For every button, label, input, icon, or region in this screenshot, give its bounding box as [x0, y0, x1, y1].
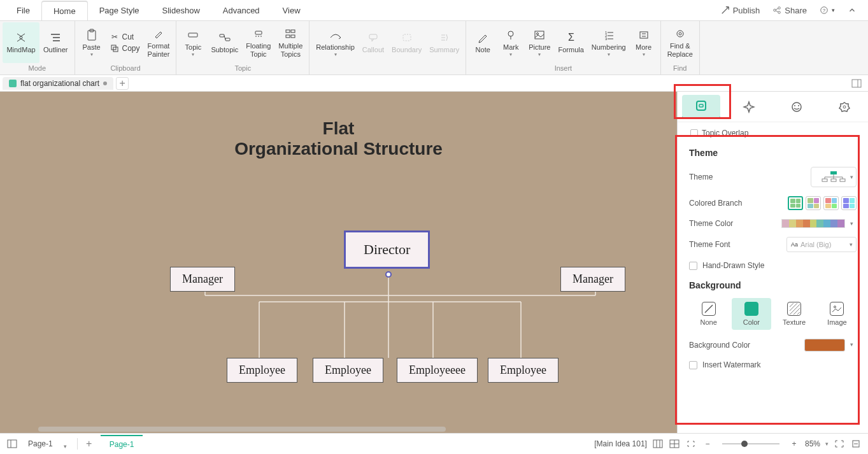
- bg-none-button[interactable]: None: [689, 298, 728, 330]
- canvas[interactable]: Flat Organizational Structure Director M…: [0, 92, 677, 433]
- document-tab-strip: flat organizational chart +: [0, 75, 868, 92]
- panel-tab-ai[interactable]: [730, 95, 768, 119]
- node-handle[interactable]: [385, 271, 392, 278]
- svg-point-49: [679, 32, 681, 35]
- summary-button[interactable]: Summary: [425, 22, 463, 63]
- mindmap-mode-button[interactable]: MindMap: [3, 22, 39, 63]
- panel-toggle-button[interactable]: [848, 78, 865, 89]
- menu-home[interactable]: Home: [41, 1, 88, 20]
- relationship-button[interactable]: Relationship ▾: [312, 22, 359, 63]
- menu-advanced[interactable]: Advanced: [211, 1, 271, 20]
- find-replace-button[interactable]: Find & Replace: [664, 22, 697, 63]
- svg-rect-29: [369, 34, 377, 39]
- publish-button[interactable]: Publish: [715, 6, 767, 15]
- bg-texture-button[interactable]: Texture: [775, 298, 814, 330]
- topic-group-label: Topic: [179, 63, 306, 73]
- multiple-topics-button[interactable]: Multiple Topics: [274, 22, 306, 63]
- bg-image-button[interactable]: Image: [818, 298, 857, 330]
- menu-slideshow[interactable]: Slideshow: [151, 1, 211, 20]
- zoom-in-button[interactable]: +: [788, 438, 800, 450]
- floating-topic-button[interactable]: Floating Topic: [242, 22, 274, 63]
- panel-tab-settings[interactable]: [825, 95, 864, 119]
- node-employee-4[interactable]: Employee: [488, 358, 559, 383]
- document-tab[interactable]: flat organizational chart: [3, 77, 113, 90]
- add-tab-button[interactable]: +: [116, 77, 129, 90]
- branch-style-3[interactable]: [823, 196, 839, 210]
- zoom-out-button[interactable]: −: [702, 438, 713, 450]
- picture-button[interactable]: Picture ▾: [525, 22, 554, 63]
- app-icon: [9, 80, 17, 87]
- theme-label: Theme: [689, 173, 811, 181]
- bg-color-button[interactable]: Color: [732, 298, 771, 330]
- svg-rect-28: [291, 35, 295, 38]
- theme-selector[interactable]: ▾: [811, 167, 857, 187]
- subtopic-button[interactable]: Subtopic: [207, 22, 242, 63]
- clipboard-group-label: Clipboard: [78, 63, 174, 73]
- topic-button[interactable]: Topic ▾: [179, 22, 207, 63]
- zoom-slider[interactable]: [722, 443, 779, 444]
- bg-color-swatch[interactable]: ▾: [804, 339, 845, 351]
- svg-line-78: [790, 303, 793, 307]
- fullscreen-button[interactable]: [834, 438, 845, 450]
- view-mode-2[interactable]: [669, 438, 680, 450]
- zoom-level[interactable]: 85%: [805, 439, 820, 448]
- view-mode-1[interactable]: [652, 438, 664, 450]
- copy-button[interactable]: Copy: [106, 43, 144, 54]
- svg-rect-86: [653, 440, 662, 448]
- node-manager-2[interactable]: Manager: [560, 267, 625, 292]
- paste-button[interactable]: Paste ▾: [78, 22, 106, 63]
- unsaved-indicator: [103, 82, 107, 85]
- watermark-checkbox[interactable]: Insert Watermark: [689, 360, 857, 369]
- node-employee-3[interactable]: Employeeee: [397, 358, 478, 383]
- page-tab[interactable]: Page-1: [101, 435, 143, 453]
- insert-group-label: Insert: [469, 63, 657, 73]
- branch-style-1[interactable]: [788, 196, 803, 210]
- page-select[interactable]: Page-1 ▾: [23, 439, 72, 448]
- colored-branch-label: Colored Branch: [689, 199, 788, 208]
- more-button[interactable]: More ▾: [630, 22, 658, 63]
- collapse-button[interactable]: [850, 438, 862, 450]
- svg-point-34: [508, 31, 513, 36]
- collapse-ribbon-button[interactable]: [841, 6, 863, 15]
- panel-tab-page[interactable]: [682, 95, 720, 119]
- outliner-mode-button[interactable]: Outliner: [39, 22, 72, 63]
- pages-panel-button[interactable]: [6, 438, 18, 450]
- node-director[interactable]: Director: [344, 231, 430, 269]
- callout-button[interactable]: Callout: [359, 22, 388, 63]
- svg-rect-62: [697, 101, 706, 110]
- node-employee-1[interactable]: Employee: [227, 358, 297, 383]
- svg-text:?: ?: [823, 8, 826, 13]
- numbering-button[interactable]: 123 Numbering ▾: [588, 22, 630, 63]
- menu-view[interactable]: View: [271, 1, 312, 20]
- format-painter-button[interactable]: Format Painter: [144, 22, 174, 63]
- note-button[interactable]: Note: [469, 22, 497, 63]
- share-button[interactable]: Share: [766, 6, 813, 15]
- background-section-title: Background: [689, 280, 857, 290]
- theme-color-selector[interactable]: ▾: [781, 219, 845, 228]
- theme-font-selector[interactable]: Aa Arial (Big) ▾: [786, 237, 857, 252]
- mark-button[interactable]: Mark ▾: [497, 22, 525, 63]
- svg-line-8: [17, 34, 21, 36]
- horizontal-scrollbar[interactable]: [38, 427, 446, 432]
- svg-line-77: [705, 305, 713, 313]
- svg-point-7: [20, 36, 22, 39]
- node-manager-1[interactable]: Manager: [170, 267, 235, 292]
- fit-view-button[interactable]: [685, 438, 697, 450]
- svg-point-67: [843, 106, 846, 108]
- svg-line-82: [797, 312, 800, 315]
- help-button[interactable]: ? ▾: [813, 6, 841, 15]
- svg-rect-23: [255, 31, 262, 34]
- menu-page-style[interactable]: Page Style: [88, 1, 151, 20]
- add-page-button[interactable]: +: [83, 437, 96, 450]
- branch-style-4[interactable]: [841, 196, 857, 210]
- menu-file[interactable]: File: [5, 1, 41, 20]
- branch-style-2[interactable]: [806, 196, 821, 210]
- topic-overlap-checkbox[interactable]: Topic Overlap: [689, 129, 857, 138]
- boundary-button[interactable]: Boundary: [388, 22, 425, 63]
- cut-button[interactable]: ✂Cut: [106, 31, 144, 43]
- formula-button[interactable]: Σ Formula: [554, 22, 587, 63]
- svg-rect-68: [830, 171, 837, 174]
- hand-drawn-checkbox[interactable]: Hand-Drawn Style: [689, 261, 857, 270]
- node-employee-2[interactable]: Employee: [313, 358, 383, 383]
- panel-tab-emoji[interactable]: [778, 95, 816, 119]
